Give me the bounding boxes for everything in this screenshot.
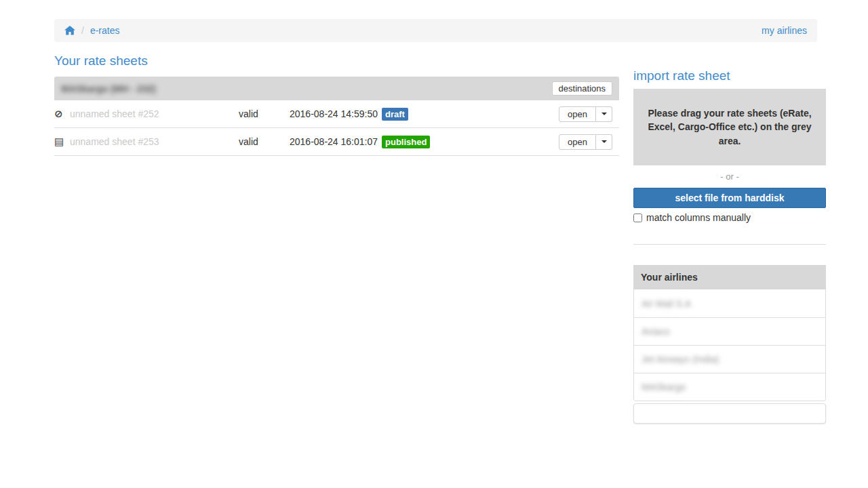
breadcrumb: / e-rates my airlines <box>54 19 817 42</box>
status-badge: draft <box>382 108 408 121</box>
airline-list-item[interactable]: MASkargo <box>634 373 825 401</box>
airline-panel-title-redacted: MASkargo (MH - 232) <box>61 83 156 94</box>
open-button[interactable]: open <box>559 134 596 150</box>
rate-sheets-section: Your rate sheets MASkargo (MH - 232) des… <box>54 54 619 156</box>
sheet-name: unnamed sheet #253 <box>70 136 239 147</box>
drop-zone-instructions: Please drag your rate sheets (eRate, Exc… <box>644 106 815 148</box>
match-columns-checkbox[interactable] <box>633 214 642 222</box>
sheet-validity: valid <box>239 136 290 147</box>
match-columns-row: match columns manually <box>633 212 826 223</box>
row-actions: open <box>559 106 612 122</box>
select-file-button[interactable]: select file from harddisk <box>633 188 826 208</box>
airline-list-item[interactable]: Air Mail S.A <box>634 289 825 317</box>
airline-name-redacted: Aviaco <box>642 326 670 337</box>
sheet-timestamp: 2016-08-24 14:59:50 <box>290 108 378 119</box>
airlines-list: Air Mail S.A Aviaco Jet Airways (India) … <box>633 289 826 401</box>
section-divider <box>633 244 826 245</box>
sheet-timestamp: 2016-08-24 16:01:07 <box>290 136 378 147</box>
your-airlines-header: Your airlines <box>633 265 826 289</box>
caret-down-icon <box>601 113 607 115</box>
airline-name-redacted: Jet Airways (India) <box>642 354 719 365</box>
ban-icon: ⊘ <box>54 108 70 120</box>
airline-list-item[interactable]: Aviaco <box>634 317 825 345</box>
airline-name-redacted: MASkargo <box>642 382 686 392</box>
sheet-list-icon: ▤ <box>54 136 70 148</box>
rate-sheet-drop-zone[interactable]: Please drag your rate sheets (eRate, Exc… <box>633 89 826 165</box>
caret-down-icon <box>601 140 607 143</box>
import-section: import rate sheet Please drag your rate … <box>633 68 826 424</box>
sheet-name: unnamed sheet #252 <box>70 108 239 119</box>
import-title: import rate sheet <box>633 68 826 83</box>
airline-list-item[interactable]: Jet Airways (India) <box>634 345 825 373</box>
open-button[interactable]: open <box>559 106 596 122</box>
rate-sheet-row: ⊘ unnamed sheet #252 valid 2016-08-24 14… <box>54 100 619 128</box>
breadcrumb-separator: / <box>81 25 84 36</box>
status-badge: published <box>382 136 430 148</box>
rate-sheet-panel-header: MASkargo (MH - 232) destinations <box>54 77 619 100</box>
row-actions: open <box>559 134 612 150</box>
match-columns-label: match columns manually <box>646 212 751 223</box>
home-icon[interactable] <box>64 26 75 35</box>
sheet-validity: valid <box>239 108 290 119</box>
my-airlines-link[interactable]: my airlines <box>762 25 807 36</box>
page-title: Your rate sheets <box>54 54 619 68</box>
or-separator: - or - <box>633 171 826 182</box>
rate-sheet-row: ▤ unnamed sheet #253 valid 2016-08-24 16… <box>54 128 619 156</box>
breadcrumb-item-e-rates[interactable]: e-rates <box>90 25 120 36</box>
airline-name-redacted: Air Mail S.A <box>642 298 691 309</box>
airlines-panel-footer <box>633 403 826 424</box>
destinations-button[interactable]: destinations <box>552 81 612 96</box>
your-airlines-panel: Your airlines Air Mail S.A Aviaco Jet Ai… <box>633 265 826 424</box>
home-icon-svg <box>64 26 75 35</box>
open-dropdown-toggle[interactable] <box>596 134 612 150</box>
open-dropdown-toggle[interactable] <box>596 106 612 122</box>
